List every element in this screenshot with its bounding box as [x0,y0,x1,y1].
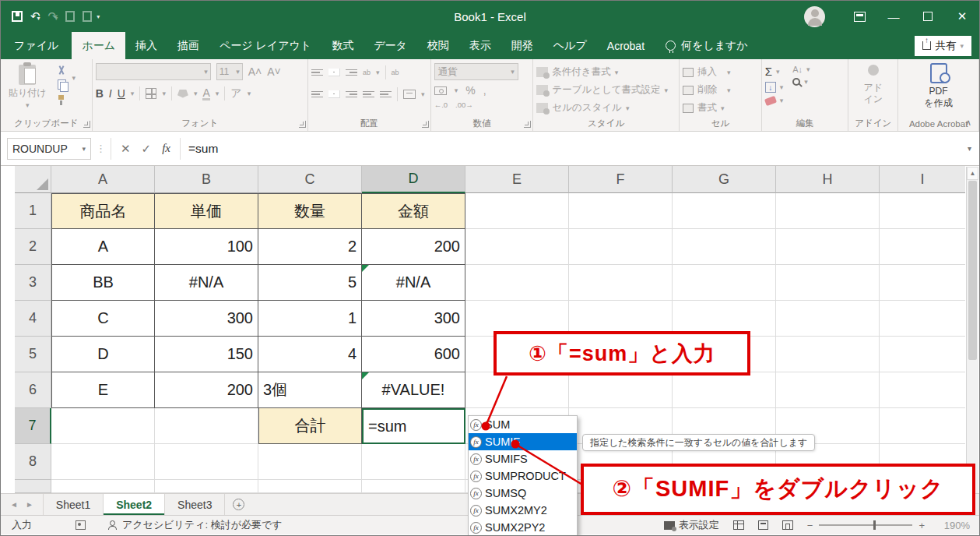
cell-D5[interactable]: 600 [362,337,465,372]
column-header-h[interactable]: H [776,166,880,193]
sheet-nav-right-icon[interactable]: ► [26,500,33,509]
column-header-a[interactable]: A [51,166,155,193]
cell-H5[interactable] [776,337,880,372]
column-header-c[interactable]: C [258,166,362,193]
cell-D7-editing[interactable]: =sum [362,408,465,444]
conditional-formatting-button[interactable]: 条件付き書式▾ [536,65,668,79]
customize-qat-chevron-icon[interactable]: ▾ [97,13,100,20]
cell-A4[interactable]: C [51,301,155,337]
alignment-dialog-launcher-icon[interactable] [422,121,429,128]
tab-file[interactable]: ファイル [1,32,72,59]
new-sheet-button[interactable]: + [233,494,244,515]
grow-font-button[interactable]: A˄ [248,65,262,78]
format-as-table-button[interactable]: テーブルとして書式設定▾ [536,83,668,97]
cell-B3[interactable]: #N/A [155,265,258,301]
cell-C5[interactable]: 4 [258,337,362,372]
display-settings-button[interactable]: 表示設定 [664,518,719,532]
cell-I1[interactable] [880,193,965,229]
cell-A6[interactable]: E [51,372,155,408]
orientation-icon[interactable]: ab [363,69,371,76]
phonetic-guide-button[interactable]: ア [230,86,241,100]
font-color-button[interactable]: A [202,87,209,100]
close-button[interactable]: ✕ [945,1,979,32]
align-right-icon[interactable] [346,91,357,98]
merge-center-icon[interactable] [403,90,416,99]
accounting-format-icon[interactable] [434,86,447,95]
name-box-splitter[interactable]: ⋮ [96,143,106,154]
align-top-icon[interactable] [311,69,323,76]
cell-A2[interactable]: A [51,229,155,265]
borders-button-icon[interactable] [146,88,156,99]
column-header-f[interactable]: F [569,166,673,193]
row-header-4[interactable]: 4 [15,301,51,337]
cell-I3[interactable] [880,265,965,301]
addins-icon[interactable] [868,65,879,76]
cell-C7[interactable]: 合計 [258,408,362,444]
share-button[interactable]: 共有▾ [915,36,971,56]
column-header-b[interactable]: B [155,166,258,193]
cell-G1[interactable] [673,193,776,229]
cell-B5[interactable]: 150 [155,337,258,372]
cell-D3-error[interactable]: #N/A [362,265,465,301]
align-left-icon[interactable] [311,91,323,98]
autocomplete-item-sum[interactable]: fxSUM [469,416,577,433]
number-format-select[interactable]: 通貨▾ [434,63,518,80]
accessibility-status[interactable]: アクセシビリティ: 検討が必要です [122,518,283,532]
zoom-handle[interactable] [873,520,876,530]
page-break-view-icon[interactable] [782,520,793,530]
wrap-text-icon[interactable]: ab [392,69,399,76]
cell-I4[interactable] [880,301,965,337]
tab-home[interactable]: ホーム [72,32,125,59]
cell-D2[interactable]: 200 [362,229,465,265]
autocomplete-item-sumifs[interactable]: fxSUMIFS [469,450,577,467]
cell-A7[interactable] [51,408,155,444]
tab-draw[interactable]: 描画 [167,32,209,59]
tab-developer[interactable]: 開発 [501,32,543,59]
cell-C9[interactable] [258,480,362,493]
row-header-8[interactable]: 8 [15,444,51,480]
sheet-tab-sheet1[interactable]: Sheet1 [44,494,104,515]
zoom-track[interactable] [819,524,912,526]
sheet-tab-sheet2[interactable]: Sheet2 [104,494,165,515]
tab-acrobat[interactable]: Acrobat [597,32,655,59]
minimize-button[interactable]: — [876,1,911,32]
cell-C3[interactable]: 5 [258,265,362,301]
align-middle-icon[interactable] [328,69,340,76]
row-header-9[interactable] [15,480,51,493]
align-center-icon[interactable] [328,90,340,98]
page-layout-view-icon[interactable] [758,520,768,530]
formula-input[interactable]: =sum [181,142,968,156]
select-all-corner[interactable] [15,166,51,193]
column-header-e[interactable]: E [465,166,569,193]
cell-I2[interactable] [880,229,965,265]
tab-page-layout[interactable]: ページ レイアウト [209,32,321,59]
autocomplete-item-sumif-selected[interactable]: fxSUMIF [469,433,577,450]
find-select-button[interactable]: ▾ [792,78,810,86]
cell-C6[interactable]: 3個 [258,372,362,408]
cell-B4[interactable]: 300 [155,301,258,337]
cell-E6[interactable] [465,372,569,408]
copy-icon[interactable] [56,79,68,90]
bold-button[interactable]: B [96,87,104,100]
tell-me-search[interactable]: 何をしますか [666,32,748,59]
fill-color-icon[interactable] [177,90,188,98]
underline-button[interactable]: U [118,87,125,100]
cell-B1[interactable]: 単価 [155,193,258,229]
cell-H2[interactable] [776,229,880,265]
collapse-ribbon-icon[interactable]: ∧ [965,118,971,128]
cancel-entry-button[interactable]: ✕ [121,142,131,156]
tab-insert[interactable]: 挿入 [125,32,167,59]
cell-F2[interactable] [569,229,673,265]
confirm-entry-button[interactable]: ✓ [142,142,152,156]
sheet-tab-sheet3[interactable]: Sheet3 [165,494,225,515]
align-bottom-icon[interactable] [346,69,357,76]
cell-B6[interactable]: 200 [155,372,258,408]
zoom-level[interactable]: 190% [939,520,970,531]
vertical-scrollbar[interactable]: ▲ [966,167,978,493]
comma-style-button[interactable]: , [483,84,486,97]
name-box[interactable]: ROUNDUP▾ [7,138,91,160]
cell-A1[interactable]: 商品名 [51,193,155,229]
tab-review[interactable]: 校閲 [417,32,459,59]
cell-B9[interactable] [155,480,258,493]
print-preview-icon[interactable] [65,11,75,22]
